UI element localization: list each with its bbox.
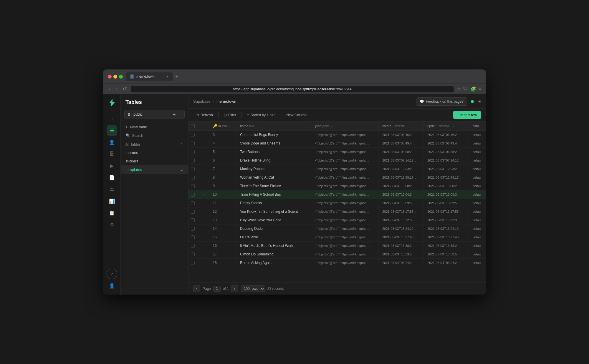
row-expand-16[interactable] [199,242,209,250]
row-checkbox-18[interactable] [188,259,199,267]
nav-reports[interactable]: 📊 [107,196,117,206]
tab-close-button[interactable]: × [166,74,169,79]
insert-row-button[interactable]: + Insert row [453,111,481,119]
row-name-3[interactable]: Communist Bugs Bunny [236,131,312,139]
refresh-button[interactable]: ↻ Refresh [193,112,216,119]
table-row[interactable]: 9 They're The Same Picture {"objects":[{… [188,182,486,190]
row-name-18[interactable]: Bernie Asking Again [236,259,312,267]
schema-selector[interactable]: ⊞ public ⌄ [124,110,185,119]
new-tab-button[interactable]: + [174,74,180,80]
col-header-json[interactable]: json jsonb ⌄ [312,122,378,131]
col-header-id[interactable]: 🔑 id int8 ⌄ [209,122,236,131]
row-name-9[interactable]: They're The Same Picture [236,182,312,190]
table-row[interactable]: 11 Empty Stonks {"objects":[{"src":"http… [188,199,486,207]
search-input[interactable] [132,134,183,138]
row-expand-10[interactable]: ⤢ [199,190,209,199]
row-name-14[interactable]: Dabbing Dude [236,225,312,233]
breadcrumb-project[interactable]: meme.town [216,99,236,104]
col-header-created[interactable]: create... timesta... ⌄ [379,122,424,131]
breadcrumb-root[interactable]: Supabase [193,99,211,104]
row-checkbox-16[interactable] [188,242,199,250]
col-header-checkbox[interactable] [188,122,199,131]
row-checkbox-12[interactable] [188,207,199,216]
row-checkbox-6[interactable] [188,156,199,165]
row-name-4[interactable]: Swole Doge and Cheems [236,139,312,148]
row-checkbox-8[interactable] [188,173,199,182]
col-header-path[interactable]: path [469,122,486,131]
nav-profile[interactable]: 👤 [107,280,117,291]
row-expand-18[interactable] [199,259,209,267]
menu-icon[interactable]: ≡ [479,86,481,92]
row-name-10[interactable]: Train Hitting A School Bus [236,190,312,199]
table-row[interactable]: 4 Swole Doge and Cheems {"objects":[{"sr… [188,139,486,148]
row-checkbox-14[interactable] [188,225,199,233]
nav-logs[interactable]: 📋 [107,207,117,218]
table-item-memes[interactable]: memes [121,148,188,157]
nav-help[interactable]: ? [107,269,117,279]
row-name-6[interactable]: Drake Hotline Bling [236,156,312,165]
row-checkbox-17[interactable] [188,250,199,259]
table-row[interactable]: 5 Two Buttons {"objects":[{"src":"https:… [188,148,486,156]
row-name-12[interactable]: You Know, I'm Something of a Scienti... [236,207,312,216]
bookmark-icon[interactable]: ☆ [457,86,461,92]
new-table-button[interactable]: + New table [121,122,188,132]
row-checkbox-3[interactable] [188,131,199,139]
data-table-container[interactable]: 🔑 id int8 ⌄ name text ⌄ [188,122,486,282]
row-expand-9[interactable] [199,182,209,190]
nav-storage[interactable]: 🗄 [107,149,117,159]
row-expand-7[interactable] [199,165,209,173]
row-expand-14[interactable] [199,225,209,233]
current-page[interactable]: 1 [213,286,221,292]
row-expand-5[interactable] [199,148,209,156]
address-bar[interactable] [131,86,454,92]
row-expand-15[interactable] [199,233,209,242]
row-expand-11[interactable] [199,199,209,207]
next-page-button[interactable]: › [231,285,238,292]
supabase-logo[interactable] [107,98,117,107]
row-checkbox-15[interactable] [188,233,199,242]
table-row[interactable]: 15 Ol' Reliable {"objects":[{"src":"http… [188,233,486,242]
filter-button[interactable]: ⊟ Filter [221,112,239,119]
nav-table-editor[interactable]: ☰ [107,125,117,136]
table-row[interactable]: 13 Billy What Have You Done {"objects":[… [188,216,486,225]
new-column-button[interactable]: New Column [283,112,310,119]
row-expand-8[interactable] [199,173,209,182]
extensions-icon[interactable]: 🧩 [470,86,476,92]
table-row[interactable]: 17 C'mon Do Something {"objects":[{"src"… [188,250,486,259]
maximize-button[interactable] [119,75,123,79]
row-expand-12[interactable] [199,207,209,216]
schema-dropdown[interactable]: public [132,112,177,117]
table-row[interactable]: 16 It Ain't Much, But It's Honest Work {… [188,242,486,250]
row-name-11[interactable]: Empty Stonks [236,199,312,207]
select-all-checkbox[interactable] [191,124,195,128]
refresh-button[interactable]: ↺ [122,86,128,92]
refresh-tables-icon[interactable]: ↻ [181,142,183,147]
row-checkbox-4[interactable] [188,139,199,148]
table-row[interactable]: 12 You Know, I'm Something of a Scienti.… [188,207,486,216]
nav-database[interactable]: 🗃 [107,184,117,195]
row-expand-17[interactable] [199,250,209,259]
table-row[interactable]: 6 Drake Hotline Bling {"objects":[{"src"… [188,156,486,165]
prev-page-button[interactable]: ‹ [193,285,200,292]
nav-functions[interactable]: ▶ [107,160,117,171]
row-name-17[interactable]: C'mon Do Something [236,250,312,259]
table-row[interactable]: 8 Woman Yelling At Cat {"objects":[{"src… [188,173,486,182]
row-name-5[interactable]: Two Buttons [236,148,312,156]
nav-settings[interactable]: ⚙ [107,219,117,230]
sort-button[interactable]: ≡ Sorted by 1 rule [244,112,279,119]
table-row[interactable]: 14 Dabbing Dude {"objects":[{"src":"http… [188,225,486,233]
forward-button[interactable]: › [115,86,118,92]
row-name-16[interactable]: It Ain't Much, But It's Honest Work [236,242,312,250]
row-name-15[interactable]: Ol' Reliable [236,233,312,242]
row-checkbox-5[interactable] [188,148,199,156]
rows-per-page-select[interactable]: 100 rows [241,285,265,292]
row-name-13[interactable]: Billy What Have You Done [236,216,312,225]
row-name-8[interactable]: Woman Yelling At Cat [236,173,312,182]
table-row[interactable]: ⤢ 10 Train Hitting A School Bus {"object… [188,190,486,199]
row-expand-13[interactable] [199,216,209,225]
row-checkbox-11[interactable] [188,199,199,207]
table-row[interactable]: 7 Monkey Puppet {"objects":[{"src":"http… [188,165,486,173]
row-checkbox-13[interactable] [188,216,199,225]
feedback-button[interactable]: 💬 Feedback on this page? [416,97,467,106]
minimize-button[interactable] [113,75,117,79]
